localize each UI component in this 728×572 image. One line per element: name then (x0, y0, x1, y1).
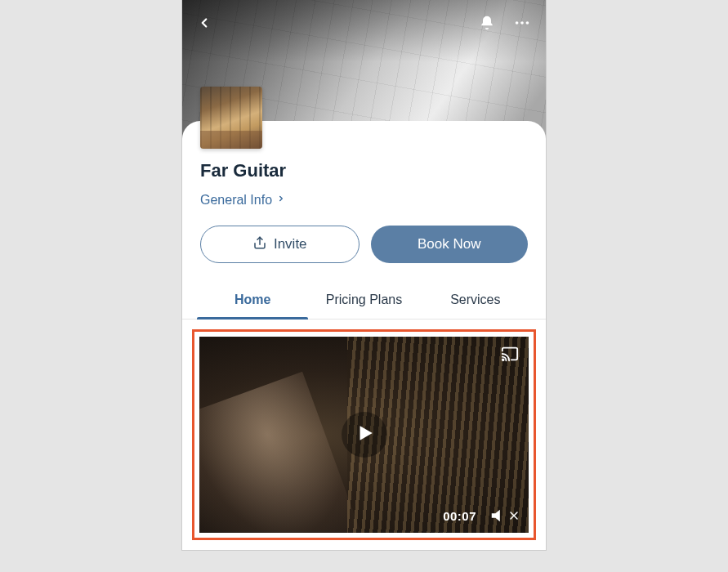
svg-point-2 (526, 21, 529, 25)
action-buttons: Invite Book Now (182, 208, 546, 283)
header-bar (182, 0, 546, 46)
book-now-button[interactable]: Book Now (371, 226, 529, 263)
notifications-icon[interactable] (479, 15, 495, 31)
svg-point-0 (516, 21, 519, 25)
video-player[interactable]: 00:07 (199, 337, 529, 533)
profile-avatar[interactable] (200, 87, 262, 149)
more-icon[interactable] (513, 14, 531, 32)
mute-button[interactable] (489, 507, 519, 525)
profile-card: Far Guitar General Info Invite Book Now … (182, 121, 546, 550)
general-info-label: General Info (200, 193, 272, 208)
video-timecode: 00:07 (443, 509, 476, 523)
svg-marker-5 (492, 510, 500, 522)
svg-marker-4 (360, 426, 372, 440)
tab-services[interactable]: Services (420, 283, 531, 319)
svg-point-1 (520, 21, 524, 25)
avatar-container (200, 87, 262, 149)
tab-home[interactable]: Home (197, 283, 308, 319)
chevron-right-icon (277, 193, 285, 208)
back-icon[interactable] (197, 16, 212, 30)
invite-button[interactable]: Invite (200, 226, 360, 263)
share-icon (252, 235, 267, 254)
profile-tabs: Home Pricing Plans Services (182, 283, 546, 320)
page-title: Far Guitar (200, 160, 528, 181)
svg-point-3 (502, 359, 504, 360)
play-button[interactable] (342, 412, 387, 458)
tab-pricing-plans[interactable]: Pricing Plans (308, 283, 419, 319)
general-info-link[interactable]: General Info (200, 193, 285, 208)
home-feed: 00:07 (182, 320, 546, 550)
invite-label: Invite (274, 236, 307, 252)
play-icon (354, 422, 375, 447)
book-now-label: Book Now (418, 236, 480, 252)
video-highlight-border: 00:07 (192, 329, 536, 540)
cast-icon[interactable] (501, 345, 519, 366)
app-screen: Far Guitar General Info Invite Book Now … (182, 0, 546, 550)
